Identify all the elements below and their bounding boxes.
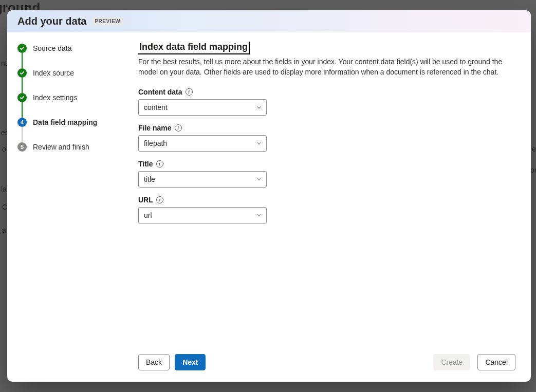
step-review-and-finish[interactable]: 5 Review and finish	[17, 142, 128, 152]
step-source-data[interactable]: Source data	[17, 44, 128, 68]
chevron-down-icon	[256, 212, 262, 218]
title-select[interactable]: title	[138, 171, 267, 188]
modal-content: Index data field mapping For the best re…	[138, 42, 515, 347]
chevron-down-icon	[256, 104, 262, 110]
select-value: url	[144, 211, 152, 219]
field-label: URL i	[138, 196, 515, 204]
chevron-down-icon	[256, 140, 262, 146]
info-icon[interactable]: i	[156, 160, 163, 167]
step-index-settings[interactable]: Index settings	[17, 93, 128, 118]
select-value: filepath	[144, 139, 167, 147]
field-file-name: File name i filepath	[138, 124, 515, 152]
field-label: Content data i	[138, 88, 515, 96]
modal-header: Add your data PREVIEW	[7, 10, 531, 32]
field-label: File name i	[138, 124, 515, 132]
url-select[interactable]: url	[138, 207, 267, 223]
info-icon[interactable]: i	[186, 88, 193, 96]
checkmark-icon	[17, 68, 27, 78]
chevron-down-icon	[256, 176, 262, 182]
next-button[interactable]: Next	[175, 354, 206, 370]
label-text: URL	[138, 196, 153, 204]
label-text: File name	[138, 124, 172, 132]
info-icon[interactable]: i	[175, 124, 182, 132]
modal-title: Add your data	[17, 15, 86, 27]
step-index-source[interactable]: Index source	[17, 68, 128, 93]
modal-main: Index data field mapping For the best re…	[133, 32, 531, 382]
add-your-data-modal: Add your data PREVIEW Source data	[7, 10, 531, 382]
section-description: For the best results, tell us more about…	[138, 57, 508, 78]
step-number-icon: 4	[17, 118, 27, 127]
info-icon[interactable]: i	[156, 196, 163, 203]
step-label: Review and finish	[33, 142, 89, 152]
step-label: Data field mapping	[33, 118, 97, 127]
cancel-button[interactable]: Cancel	[477, 354, 515, 370]
label-text: Content data	[138, 88, 182, 96]
step-number-icon: 5	[17, 142, 27, 152]
preview-badge: PREVIEW	[91, 17, 123, 25]
select-value: title	[144, 175, 155, 183]
modal-body: Source data Index source	[7, 32, 531, 382]
step-label: Source data	[33, 44, 72, 53]
checkmark-icon	[17, 93, 27, 102]
content-data-select[interactable]: content	[138, 99, 267, 116]
field-title: Title i title	[138, 160, 515, 188]
checkmark-icon	[17, 44, 27, 53]
file-name-select[interactable]: filepath	[138, 135, 267, 152]
field-label: Title i	[138, 160, 515, 168]
step-label: Index source	[33, 68, 74, 78]
select-value: content	[144, 103, 168, 111]
step-data-field-mapping[interactable]: 4 Data field mapping	[17, 118, 128, 142]
step-connector	[22, 78, 23, 93]
back-button[interactable]: Back	[138, 354, 170, 370]
wizard-steps: Source data Index source	[7, 32, 133, 382]
step-connector	[22, 53, 23, 68]
step-label: Index settings	[33, 93, 77, 102]
label-text: Title	[138, 160, 153, 168]
field-content-data: Content data i content	[138, 88, 515, 116]
field-url: URL i url	[138, 196, 515, 223]
step-connector	[22, 102, 23, 118]
modal-footer: Back Next Create Cancel	[138, 347, 515, 382]
create-button: Create	[433, 354, 470, 370]
step-connector	[22, 127, 23, 142]
section-title: Index data field mapping	[138, 42, 249, 53]
